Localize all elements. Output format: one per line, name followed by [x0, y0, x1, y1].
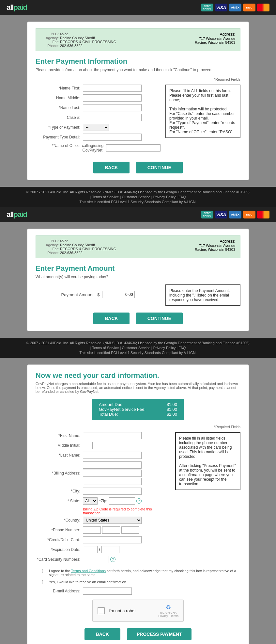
email-label: E-mail Address:: [36, 589, 83, 593]
billing-address-label: *Billing Address:: [36, 471, 83, 475]
terms-conditions-link[interactable]: Terms and Conditions: [71, 569, 106, 573]
visa-icon-2: VISA: [215, 211, 227, 218]
amex-icon: AMEX: [229, 4, 241, 11]
back-button-1[interactable]: BACK: [93, 162, 129, 173]
footer-1: © 2007 - 2021 AllPaid, Inc. All Rights R…: [0, 187, 276, 207]
card-fields: *First Name: Middle Initial: *Last Name:…: [36, 432, 170, 566]
name-first-input[interactable]: [83, 85, 142, 92]
zip-label: *Zip:: [98, 499, 109, 503]
section-1: PLC: 6572 Agency: Racine County Sheriff …: [0, 15, 276, 187]
terms-checkbox[interactable]: [42, 569, 46, 573]
terms-text: I agree to the Terms and Conditions set …: [49, 569, 240, 577]
terms-checkbox-row: I agree to the Terms and Conditions set …: [36, 569, 240, 577]
payment-amount-card: PLC: 6572 Agency: Racine County Sheriff …: [27, 229, 249, 331]
payment-type-select[interactable]: --: [83, 124, 109, 131]
terms-link-1[interactable]: Terms of Service: [92, 195, 119, 199]
recaptcha-box[interactable]: I'm not a robot ♻ reCAPTCHA Privacy - Te…: [92, 600, 184, 622]
recaptcha-checkbox[interactable]: [98, 607, 105, 614]
email-confirm-checkbox[interactable]: [42, 580, 46, 584]
section-3-wrapper: Now we need your card information. GovPa…: [0, 358, 276, 644]
continue-button-1[interactable]: CONTINUE: [136, 162, 183, 173]
logo-1: allpaid: [7, 3, 27, 12]
faq-link-2[interactable]: FAQ: [178, 346, 186, 350]
debit-card-icon-2: DEBITCARDS: [201, 211, 213, 218]
phone-area-input[interactable]: [83, 526, 101, 534]
email-confirm-text: Yes, I would like to receive an email co…: [49, 580, 127, 584]
required-note-3: *Required Fields: [36, 425, 240, 429]
plc-row-1: PLC: 6572: [41, 32, 138, 36]
site-header-2: allpaid DEBITCARDS VISA AMEX DISC: [0, 207, 276, 222]
customer-link-2[interactable]: Customer Service: [122, 346, 150, 350]
form-fields-2: Payment Amount: $: [36, 284, 161, 306]
middle-initial-input[interactable]: [83, 442, 93, 449]
zip-help-icon[interactable]: ?: [136, 498, 142, 504]
email-input[interactable]: [83, 588, 132, 595]
back-button-3[interactable]: BACK: [84, 628, 120, 640]
back-button-2[interactable]: BACK: [93, 313, 129, 324]
faq-link-1[interactable]: FAQ: [178, 195, 186, 199]
state-select[interactable]: ALAKAZARCA WI: [83, 497, 98, 505]
billing-address-input-2[interactable]: [83, 470, 142, 477]
section-3-subtitle: GovPayNet charges a non-refundable fee t…: [36, 382, 240, 394]
privacy-link-1[interactable]: Privacy Policy: [153, 195, 176, 199]
city-input[interactable]: [83, 488, 142, 495]
expiration-row: *Expiration Date: /: [36, 546, 170, 553]
country-select[interactable]: United States: [83, 517, 142, 524]
billing-address-row: *Billing Address:: [36, 461, 170, 485]
first-name-row: *First Name:: [36, 432, 170, 439]
amount-due-value: $1.00: [166, 402, 177, 407]
middle-initial-row: Middle Initial:: [36, 442, 170, 449]
state-zip-row: * State: ALAKAZARCA WI *Zip: ?: [36, 497, 170, 505]
address-line1-1: 717 Wisconsin Avenue: [138, 37, 235, 40]
name-last-input[interactable]: [83, 104, 142, 111]
case-label: Case #:: [36, 115, 83, 120]
officer-input[interactable]: [106, 144, 161, 152]
recaptcha-brand: reCAPTCHA: [158, 611, 178, 614]
copyright-1: © 2007 - 2021 AllPaid, Inc. All Rights R…: [7, 190, 269, 194]
section-2-title: Enter Payment Amount: [36, 264, 240, 273]
phone-number-input[interactable]: [121, 526, 139, 534]
address-label-1: Address:: [138, 32, 235, 37]
phone-row-1: Phone: 262-636-3822: [41, 44, 138, 48]
debit-card-icon: DEBITCARDS: [201, 4, 213, 11]
billing-address-input-3[interactable]: [83, 478, 142, 485]
discover-icon-2: DISC: [243, 211, 255, 218]
amount-due-label: Amount Due:: [99, 402, 124, 407]
officer-row: *Name of Officer calling/using GovPayNet…: [36, 143, 161, 153]
name-last-row: *Name Last:: [36, 104, 161, 111]
name-middle-row: Name Middle:: [36, 94, 161, 102]
terms-link-2[interactable]: Terms of Service: [92, 346, 119, 350]
recaptcha-text: I'm not a robot: [109, 608, 136, 613]
footer-links-2: | Terms of Service | Customer Service | …: [7, 346, 269, 350]
for-row-1: For: RECORDS & CIVIL PROCESSING: [41, 40, 138, 44]
process-payment-button[interactable]: PROCESS PAYMENT: [127, 628, 192, 640]
dollar-sign: $: [97, 292, 100, 297]
phone-exchange-input[interactable]: [102, 526, 120, 534]
agency-info-2: PLC: 6572 Agency: Racine County Sheriff …: [36, 235, 240, 258]
billing-address-input-1[interactable]: [83, 461, 142, 469]
privacy-link-2[interactable]: Privacy Policy: [153, 346, 176, 350]
expiration-mm-input[interactable]: [83, 546, 98, 553]
cvv-input[interactable]: [83, 556, 109, 563]
service-fee-value: $1.00: [166, 407, 177, 412]
payment-amount-input[interactable]: [102, 291, 135, 298]
expiration-yy-input[interactable]: [101, 546, 119, 553]
last-name-input[interactable]: [83, 452, 142, 459]
form-layout-2: Payment Amount: $ Please enter the Payme…: [36, 284, 240, 306]
continue-button-2[interactable]: CONTINUE: [136, 313, 183, 324]
credit-debit-input[interactable]: [83, 536, 142, 543]
card-icons-1: DEBITCARDS VISA AMEX DISC: [201, 4, 269, 11]
zip-input[interactable]: [109, 497, 135, 505]
cvv-help-icon[interactable]: ?: [110, 557, 115, 562]
case-input[interactable]: [83, 114, 142, 121]
customer-link-1[interactable]: Customer Service: [122, 195, 150, 199]
payment-amount-row: Payment Amount: $: [36, 291, 161, 298]
section-1-title: Enter Payment Information: [36, 57, 240, 66]
cvv-label: *Card Security Numbers:: [36, 557, 83, 562]
mastercard-icon: [257, 4, 269, 11]
payment-detail-input[interactable]: [83, 134, 142, 141]
name-middle-input[interactable]: [83, 94, 142, 102]
first-name-input[interactable]: [83, 432, 142, 439]
agency-info-1: PLC: 6572 Agency: Racine County Sheriff …: [36, 28, 240, 51]
middle-initial-label: Middle Initial:: [36, 443, 83, 448]
